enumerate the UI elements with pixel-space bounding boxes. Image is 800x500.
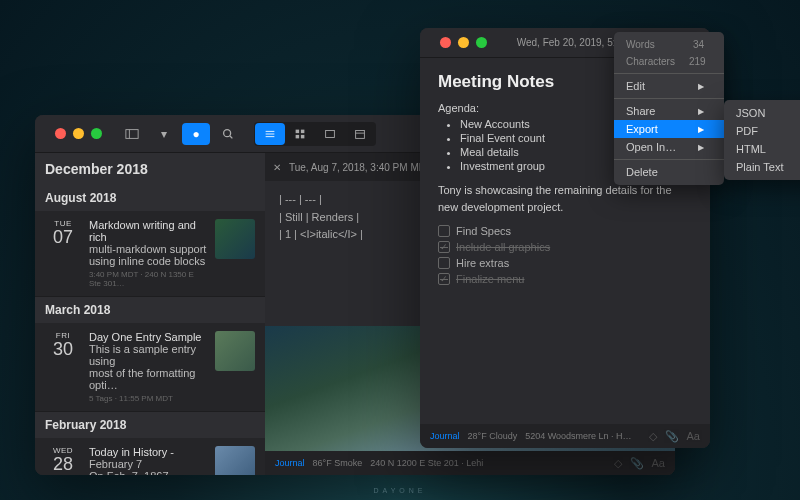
menu-share[interactable]: Share: [614, 102, 724, 120]
list-view-icon[interactable]: [255, 123, 285, 145]
checklist-item[interactable]: ✓Finalize menu: [438, 273, 692, 285]
menu-edit[interactable]: Edit: [614, 77, 724, 95]
month-header: August 2018: [35, 185, 265, 211]
export-html[interactable]: HTML: [724, 140, 800, 158]
export-pdf[interactable]: PDF: [724, 122, 800, 140]
text-style-icon[interactable]: Aa: [652, 457, 665, 469]
month-header: March 2018: [35, 297, 265, 323]
search-icon[interactable]: [214, 123, 242, 145]
entry-preview: Markdown writing and richmulti-markdown …: [89, 219, 207, 288]
svg-rect-11: [326, 130, 335, 137]
brand-watermark: DAYONE: [373, 487, 426, 494]
editor-status-bar: Journal 86°F Smoke 240 N 1200 E Ste 201 …: [265, 451, 675, 475]
attachment-icon[interactable]: 📎: [630, 457, 644, 470]
entry-preview: Day One Entry SampleThis is a sample ent…: [89, 331, 207, 403]
svg-rect-7: [296, 129, 300, 133]
export-plain-text[interactable]: Plain Text: [724, 158, 800, 176]
svg-rect-9: [296, 134, 300, 138]
grid-view-icon[interactable]: [285, 123, 315, 145]
entry-thumbnail: [215, 446, 255, 475]
location-label: 240 N 1200 E Ste 201 · Lehi: [370, 458, 483, 468]
svg-line-3: [230, 135, 233, 138]
weather-label: 86°F Smoke: [313, 458, 363, 468]
zoom-icon[interactable]: [91, 128, 102, 139]
map-view-icon[interactable]: [315, 123, 345, 145]
menu-export[interactable]: Export: [614, 120, 724, 138]
date-box: WED28: [45, 446, 81, 475]
date-box: TUE07: [45, 219, 81, 288]
entry-row[interactable]: WED28 Today in History -February 7On Feb…: [35, 438, 265, 475]
traffic-lights: [428, 28, 499, 58]
location-pin-icon[interactable]: ●: [182, 123, 210, 145]
entry-thumbnail: [215, 219, 255, 259]
export-json[interactable]: JSON: [724, 104, 800, 122]
view-switcher: [254, 122, 376, 146]
note-paragraph: Tony is showcasing the remaining details…: [438, 182, 692, 215]
checkbox-icon[interactable]: ✓: [438, 241, 450, 253]
month-header: February 2018: [35, 412, 265, 438]
checklist-item[interactable]: Find Specs: [438, 225, 692, 237]
svg-rect-0: [126, 129, 138, 138]
menu-open-in[interactable]: Open In…: [614, 138, 724, 156]
attachment-icon[interactable]: 📎: [665, 430, 679, 443]
entry-row[interactable]: FRI30 Day One Entry SampleThis is a samp…: [35, 323, 265, 412]
svg-rect-10: [301, 134, 305, 138]
checkbox-icon[interactable]: ✓: [438, 273, 450, 285]
tab-date: Tue, Aug 7, 2018, 3:40 PM MDT: [289, 162, 432, 173]
sidebar-toggle-icon[interactable]: [118, 123, 146, 145]
journal-label[interactable]: Journal: [275, 458, 305, 468]
entry-row[interactable]: TUE07 Markdown writing and richmulti-mar…: [35, 211, 265, 297]
char-count-stat: Characters219: [614, 53, 724, 70]
note-status-bar: Journal 28°F Cloudy 5204 Woodsmere Ln · …: [420, 424, 710, 448]
word-count-stat: Words34: [614, 36, 724, 53]
entry-thumbnail: [215, 331, 255, 371]
checkbox-icon[interactable]: [438, 225, 450, 237]
menu-delete[interactable]: Delete: [614, 163, 724, 181]
checklist: Find Specs✓Include all graphicsHire extr…: [438, 225, 692, 285]
text-style-icon[interactable]: Aa: [687, 430, 700, 442]
export-submenu: JSON PDF HTML Plain Text: [724, 100, 800, 180]
current-month-header: December 2018: [35, 153, 265, 185]
calendar-view-icon[interactable]: [345, 123, 375, 145]
svg-point-2: [224, 129, 231, 136]
tag-icon[interactable]: ◇: [614, 457, 622, 470]
svg-rect-12: [356, 130, 365, 138]
weather-label: 28°F Cloudy: [468, 431, 518, 441]
minimize-icon[interactable]: [73, 128, 84, 139]
close-icon[interactable]: [55, 128, 66, 139]
checklist-item[interactable]: ✓Include all graphics: [438, 241, 692, 253]
svg-rect-8: [301, 129, 305, 133]
checkbox-icon[interactable]: [438, 257, 450, 269]
journal-label[interactable]: Journal: [430, 431, 460, 441]
location-label: 5204 Woodsmere Ln · H…: [525, 431, 631, 441]
close-icon[interactable]: [440, 37, 451, 48]
tag-icon[interactable]: ◇: [649, 430, 657, 443]
date-box: FRI30: [45, 331, 81, 403]
entry-preview: Today in History -February 7On Feb. 7, 1…: [89, 446, 207, 475]
traffic-lights: [43, 118, 114, 149]
checklist-item[interactable]: Hire extras: [438, 257, 692, 269]
close-tab-icon[interactable]: ✕: [273, 162, 281, 173]
entry-context-menu: Words34 Characters219 Edit Share Export …: [614, 32, 724, 185]
entry-list-sidebar: December 2018 August 2018TUE07 Markdown …: [35, 153, 265, 475]
filter-icon[interactable]: ▾: [150, 123, 178, 145]
minimize-icon[interactable]: [458, 37, 469, 48]
zoom-icon[interactable]: [476, 37, 487, 48]
